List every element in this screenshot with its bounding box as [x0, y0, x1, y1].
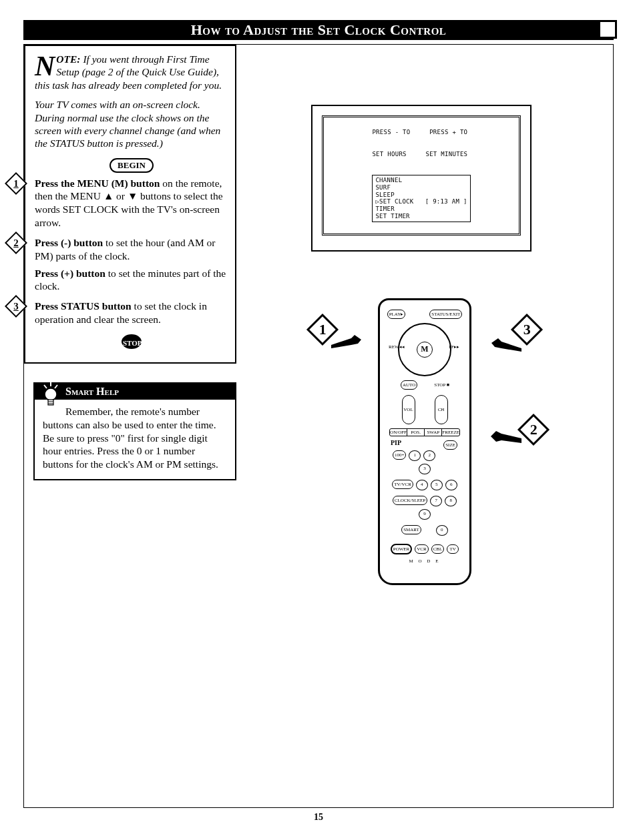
tv-illustration: PRESS - TO PRESS + TO SET HOURS SET MINU…	[311, 105, 532, 252]
pip-label: PIP	[391, 439, 401, 446]
step-3-diamond-icon: 3	[5, 295, 27, 318]
step-1: 1 Press the MENU (M) button on the remot…	[35, 177, 228, 230]
num-3-button-icon: 3	[419, 464, 431, 474]
remote-body: PLAY▸ STATUS/EXIT REW◂◂ FF▸▸ AUTO STOP ■	[378, 298, 471, 585]
ch-rocker-icon: CH	[435, 395, 448, 424]
stop-pill: STOP	[122, 334, 142, 349]
hand-1-icon	[331, 332, 365, 352]
num-6-button-icon: 6	[445, 480, 457, 490]
begin-pill: BEGIN	[110, 158, 154, 173]
tv-screen: PRESS - TO PRESS + TO SET HOURS SET MINU…	[322, 115, 521, 236]
tv-menu-list: CHANNEL SURF SLEEP ▷SET CLOCK [ 9:13 AM …	[372, 175, 470, 222]
step-2: 2 Press (-) button to set the hour (and …	[35, 236, 228, 293]
power-button-icon: POWER	[391, 544, 413, 554]
status-button-icon: STATUS/EXIT	[429, 310, 462, 319]
hand-2-icon	[488, 428, 521, 448]
smart-help-body: Remember, the remote's number buttons ca…	[35, 400, 235, 479]
callout-2-icon: 2	[517, 414, 550, 446]
smart-button-icon: SMART	[401, 525, 421, 534]
dropcap-n: N	[35, 53, 56, 77]
mode-tv-icon: TV	[447, 544, 459, 554]
checkbox-icon	[598, 20, 617, 39]
clock-sleep-button-icon: CLOCK/SLEEP	[393, 496, 427, 505]
lightbulb-icon	[41, 385, 60, 409]
tvvcr-button-icon: TV/VCR	[392, 480, 413, 489]
step-1-diamond-icon: 1	[5, 172, 27, 195]
page-title: How to Adjust the Set Clock Control	[23, 20, 614, 40]
note-paragraph: N OTE: If you went through First Time Se…	[35, 53, 228, 91]
hundred-plus-button-icon: 100+	[393, 450, 406, 460]
svg-rect-4	[48, 400, 53, 405]
size-button-icon: SIZE	[443, 440, 457, 450]
num-0-button-icon: 0	[436, 525, 448, 536]
svg-line-2	[55, 385, 57, 388]
svg-line-1	[44, 385, 47, 388]
step-2-diamond-icon: 2	[5, 232, 27, 254]
num-4-button-icon: 4	[416, 480, 428, 490]
intro-paragraph: Your TV comes with an on-screen clock. D…	[35, 98, 228, 150]
smart-help-header: Smart Help	[35, 384, 235, 400]
hand-3-icon	[488, 335, 521, 355]
dpad-icon: REW◂◂ FF▸▸	[398, 323, 451, 376]
play-button-icon: PLAY▸	[387, 310, 406, 319]
num-1-button-icon: 1	[409, 450, 421, 461]
remote-illustration: 1 3 2 PLAY▸ STATUS/EXIT REW◂◂ FF▸▸	[345, 298, 505, 618]
mode-cbl-icon: CBL	[431, 544, 445, 554]
step-3: 3 Press STATUS button to set the clock i…	[35, 300, 228, 326]
svg-point-3	[45, 388, 57, 400]
mode-vcr-icon: VCR	[415, 544, 428, 554]
instruction-box: N OTE: If you went through First Time Se…	[24, 45, 236, 364]
pip-bar-icon: ON/OFFPOS.SWAPFREEZE	[389, 428, 460, 436]
content-frame: N OTE: If you went through First Time Se…	[23, 44, 614, 808]
mode-label: M O D E	[385, 558, 464, 564]
num-8-button-icon: 8	[445, 496, 457, 506]
smart-help-box: Smart Help Remember, the remote's number…	[33, 382, 236, 480]
num-5-button-icon: 5	[431, 480, 443, 490]
vol-rocker-icon: VOL	[402, 395, 415, 424]
page-number: 15	[23, 812, 614, 823]
num-2-button-icon: 2	[423, 450, 435, 461]
num-9-button-icon: 9	[419, 509, 431, 520]
auto-button-icon: AUTO	[401, 380, 417, 390]
num-7-button-icon: 7	[430, 496, 442, 506]
